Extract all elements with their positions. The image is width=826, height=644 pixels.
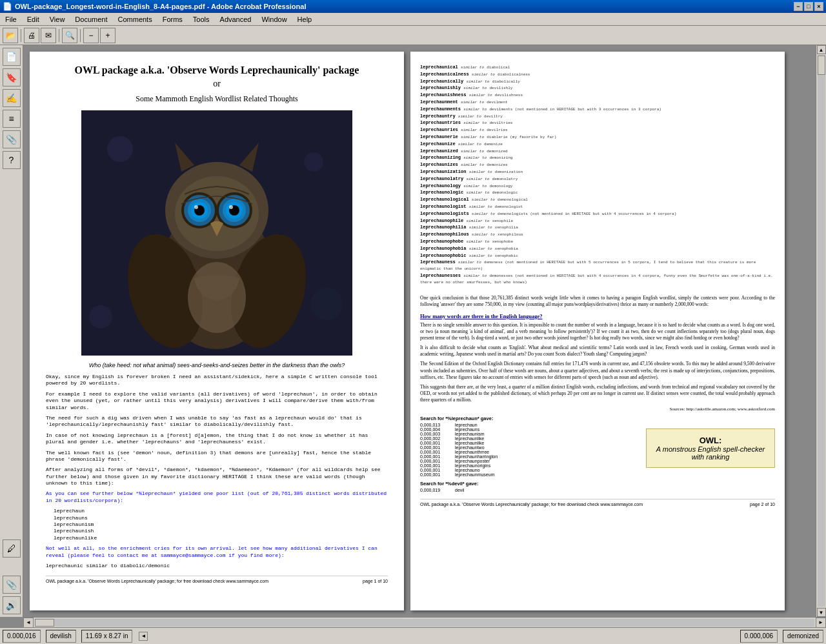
- window-controls: − □ ×: [794, 2, 823, 11]
- stamp-button[interactable]: 🖊: [3, 539, 21, 558]
- scroll-track-h: [35, 619, 814, 627]
- zoom-out-button[interactable]: −: [83, 28, 99, 43]
- body-p5: The well known fact is (see 'demon' noun…: [46, 450, 388, 463]
- search-result-row: 0,000,002leprechaunlike: [420, 436, 641, 441]
- signatures-button[interactable]: ✍: [3, 89, 21, 107]
- title-bar: 📄 OWL-package_Longest-word-in-English_8-…: [0, 0, 826, 13]
- search-result-row: 0,000,001leprechaunlike: [420, 441, 641, 445]
- word-entry: leprechaunology similar to demonology: [420, 183, 775, 190]
- page2-footer-text: OWL package a.k.a. 'Observe Words Leprec…: [420, 502, 643, 507]
- scroll-thumb-h[interactable]: [35, 619, 54, 627]
- layers-button[interactable]: ≡: [3, 110, 21, 128]
- words-list: leprechaun leprechauns leprechaunism lep…: [54, 508, 388, 541]
- word-entry: leprechaunophobic similar to xenophobic: [420, 253, 775, 259]
- word-entry: leprechaunishness similar to devilishnes…: [420, 92, 775, 99]
- word-item-1: leprechaun: [54, 508, 388, 514]
- email-button[interactable]: ✉: [41, 28, 56, 43]
- word-entry: leprechaunological similar to demonologi…: [420, 197, 775, 203]
- zoom-in-button[interactable]: +: [100, 28, 116, 43]
- minimize-button[interactable]: −: [794, 2, 803, 11]
- menu-item-tools[interactable]: Tools: [188, 13, 215, 25]
- word-item-2: leprechauns: [54, 515, 388, 521]
- body-p6: After analyzing all forms of *devil*, *d…: [46, 467, 388, 487]
- pages-panel-button[interactable]: 📄: [3, 48, 21, 66]
- word-entry: leprechaunization similar to demonizatio…: [420, 169, 775, 176]
- owl-badge-title: OWL:: [654, 436, 767, 445]
- maximize-button[interactable]: □: [804, 2, 813, 11]
- page1-footer-text: OWL package a.k.a. 'Observe Words Leprec…: [46, 579, 268, 583]
- svg-point-2: [304, 152, 323, 172]
- scroll-down-button[interactable]: ▼: [817, 608, 826, 617]
- search-result-row: 0,000,001leprechaunharrington: [420, 454, 641, 459]
- toolbar-separator-2: [59, 29, 59, 42]
- attachments-button[interactable]: 📎: [3, 130, 21, 148]
- word-entry: leprechaunment similar to devilment: [420, 99, 775, 106]
- menu-item-document[interactable]: Document: [70, 13, 112, 25]
- word-entry: leprechaunophilous similar to xenophilou…: [420, 232, 775, 238]
- search-result-row: 0,000,001leprechauno: [420, 468, 641, 472]
- close-button[interactable]: ×: [814, 2, 823, 11]
- word-entry: leprechaunizing similar to demonizing: [420, 155, 775, 161]
- page1-num: page 1 of 10: [363, 579, 388, 583]
- status-position-left: 0.000,016: [3, 630, 41, 643]
- menu-item-comments[interactable]: Comments: [113, 13, 157, 25]
- prev-page-button[interactable]: ◄: [139, 632, 148, 641]
- footer-link[interactable]: www.sammayce.com: [226, 579, 268, 583]
- clip-button[interactable]: 📎: [3, 576, 21, 594]
- word-list-section: leprechaunical similar to diabolicallepr…: [420, 65, 775, 286]
- horizontal-scrollbar[interactable]: ◄ ►: [23, 617, 826, 627]
- search2-results: 0,000,019devil: [420, 488, 641, 492]
- comments-button[interactable]: ?: [3, 151, 21, 169]
- search-result-row: 0,000,001leprechaunposter: [420, 459, 641, 463]
- word-entry: leprechauness similar to demoness (not m…: [420, 259, 775, 272]
- owl-image: [81, 110, 352, 356]
- page-nav: ◄: [139, 632, 148, 641]
- menu-item-help[interactable]: Help: [292, 13, 317, 25]
- scroll-thumb-v[interactable]: [818, 55, 825, 75]
- search-result-row: 0,000,001leprechaunthrree: [420, 450, 641, 454]
- search2-header: Search for *%devil* gave:: [420, 481, 641, 487]
- vertical-scrollbar[interactable]: ▲ ▼: [816, 45, 826, 617]
- page1-body: Okay, since my English is forever broken…: [46, 374, 388, 569]
- print-button[interactable]: 🖨: [24, 28, 39, 43]
- menu-item-window[interactable]: Window: [256, 13, 292, 25]
- menu-item-edit[interactable]: Edit: [22, 13, 45, 25]
- menu-item-forms[interactable]: Forms: [157, 13, 188, 25]
- p2-body3: It is also difficult to decide what coun…: [420, 345, 775, 357]
- word-entry: leprechauntry similar to deviltry: [420, 114, 775, 120]
- menu-item-view[interactable]: View: [45, 13, 70, 25]
- body-p8: Not well at all, so the enrichment cries…: [46, 545, 388, 559]
- toolbar-separator: [21, 29, 21, 42]
- document-area[interactable]: OWL package a.k.a. 'Observe Words Leprec…: [23, 45, 816, 617]
- p2-body1: One quick conclusion is that those 20,76…: [420, 295, 775, 308]
- scroll-up-button[interactable]: ▲: [817, 45, 826, 54]
- word-item-3: leprechaunism: [54, 521, 388, 528]
- menu-item-file[interactable]: File: [0, 13, 22, 25]
- find-button[interactable]: 🔍: [62, 28, 77, 43]
- scroll-left-button[interactable]: ◄: [23, 618, 34, 628]
- word-entry: leprechaunophobe similar to xenophobe: [420, 239, 775, 245]
- menu-item-advanced[interactable]: Advanced: [215, 13, 257, 25]
- word-entry: leprechaunesses similar to demonesses (n…: [420, 273, 775, 286]
- status-word-left: devilish: [46, 630, 76, 643]
- speaker-button[interactable]: 🔊: [3, 596, 21, 614]
- scroll-track-v: [818, 55, 825, 607]
- open-button[interactable]: 📂: [3, 28, 18, 43]
- search2-area: Search for *%devil* gave: 0,000,019devil: [420, 481, 641, 492]
- body-p7-link[interactable]: As you can see further below *%leprechau…: [46, 490, 387, 503]
- body-p8-link[interactable]: Not well at all, so the enrichment cries…: [46, 545, 378, 558]
- window-title: 📄 OWL-package_Longest-word-in-English_8-…: [3, 2, 306, 11]
- footer-link-2[interactable]: www.sammayce.com: [600, 502, 643, 507]
- status-bar: 0.000,016 devilish 11.69 x 8.27 in ◄ 0.0…: [0, 627, 826, 644]
- body-p1: Okay, since my English is forever broken…: [46, 374, 388, 387]
- bookmarks-button[interactable]: 🔖: [3, 68, 21, 86]
- owl-badge-text: A monstrous English spell-checker with r…: [654, 445, 767, 461]
- page1-footer: OWL package a.k.a. 'Observe Words Leprec…: [46, 576, 388, 583]
- p2-body2: There is no single sensible answer to th…: [420, 322, 775, 341]
- word-item-5: leprechaunlike: [54, 535, 388, 541]
- menu-bar: FileEditViewDocumentCommentsFormsToolsAd…: [0, 13, 826, 26]
- search-result-row: 0,000,019devil: [420, 488, 641, 492]
- word-entry: leprechaunophile similar to xenophile: [420, 218, 775, 225]
- word-entry: leprechaunized similar to demonized: [420, 148, 775, 155]
- scroll-right-button[interactable]: ►: [816, 618, 826, 628]
